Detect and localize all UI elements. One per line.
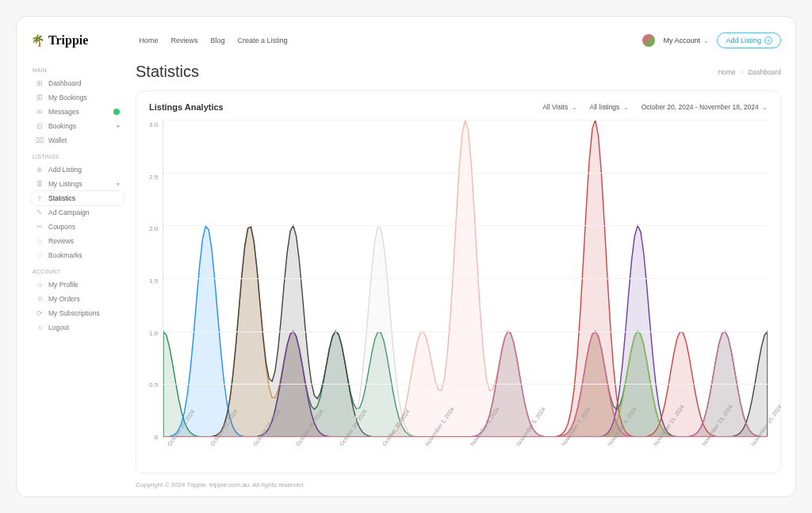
- add-listing-button[interactable]: Add Listing +: [717, 33, 781, 48]
- sidebar-item-my-profile[interactable]: ☺My Profile: [31, 278, 124, 292]
- chevron-down-icon: ⌄: [572, 104, 577, 111]
- y-axis: 3.02.52.01.51.00.50: [149, 120, 163, 468]
- sidebar-item-add-listing[interactable]: ⊕Add Listing: [31, 163, 124, 177]
- sidebar-item-label: Dashboard: [48, 79, 82, 87]
- y-tick: 1.0: [149, 330, 158, 337]
- chevron-down-icon: ⌄: [623, 104, 629, 111]
- chevron-down-icon: ▾: [117, 181, 120, 188]
- sidebar-item-dashboard[interactable]: ⊞Dashboard: [31, 76, 124, 90]
- chevron-down-icon: ▾: [117, 123, 120, 130]
- sidebar-item-label: Messages: [48, 108, 79, 116]
- footer: Copyright © 2024 Trippie. trippie.com.au…: [136, 481, 781, 488]
- page-header: Statistics Home › Dashboard: [136, 63, 781, 81]
- sidebar-item-label: My Orders: [48, 295, 80, 303]
- sidebar-icon: ✂: [36, 223, 44, 231]
- filter-visits-label: All Visits: [542, 103, 568, 111]
- sidebar-item-my-subscriptions[interactable]: ⟳My Subscriptions: [31, 306, 124, 320]
- sidebar-item-bookings[interactable]: ⊟Bookings▾: [31, 119, 124, 133]
- sidebar-icon: ⎘: [36, 295, 44, 303]
- nav-link[interactable]: Reviews: [170, 36, 197, 44]
- sidebar-icon: ⊟: [36, 122, 44, 130]
- sidebar-item-bookmarks[interactable]: ♡Bookmarks: [31, 248, 124, 262]
- plot-column: October 20, 2024October 22, 2024October …: [163, 120, 768, 468]
- card-head: Listings Analytics All Visits ⌄ All list…: [149, 102, 768, 112]
- sidebar-icon: ⫯: [36, 194, 44, 202]
- sidebar-item-logout[interactable]: ⎋Logout: [31, 320, 124, 335]
- sidebar-item-label: My Subscriptions: [48, 309, 100, 317]
- chart: 3.02.52.01.51.00.50 October 20, 2024Octo…: [149, 120, 768, 468]
- sidebar-item-label: Wallet: [48, 136, 67, 144]
- sidebar-item-reviews[interactable]: ☆Reviews: [31, 234, 124, 248]
- sidebar-item-label: My Profile: [48, 281, 79, 289]
- sidebar-icon: ✎: [36, 209, 44, 216]
- nav-link[interactable]: Blog: [210, 36, 224, 44]
- notification-badge: [113, 109, 120, 115]
- sidebar-section-title: ACCOUNT: [33, 269, 124, 274]
- topbar: 🌴 Trippie HomeReviewsBlogCreate a Listin…: [31, 28, 781, 53]
- nav-link[interactable]: Create a Listing: [237, 36, 287, 44]
- sidebar-item-label: Bookings: [48, 122, 76, 130]
- sidebar-section-title: MAIN: [33, 67, 124, 73]
- filter-listings-label: All listings: [590, 103, 620, 111]
- sidebar-icon: ⌧: [36, 136, 44, 144]
- grid-line: [163, 278, 768, 279]
- plot-area: [163, 120, 768, 438]
- account-dropdown[interactable]: My Account ⌄: [663, 36, 709, 44]
- add-listing-label: Add Listing: [726, 36, 761, 44]
- logo-text: Trippie: [48, 33, 88, 48]
- sidebar-item-statistics[interactable]: ⫯Statistics: [31, 191, 124, 205]
- sidebar-icon: 🗓: [36, 94, 44, 101]
- sidebar-item-my-listings[interactable]: ≣My Listings▾: [31, 177, 124, 191]
- body: MAIN⊞Dashboard🗓My Bookings✉Messages⊟Book…: [31, 58, 781, 488]
- breadcrumb-current: Dashboard: [748, 68, 781, 76]
- card-filters: All Visits ⌄ All listings ⌄ October 20, …: [542, 103, 768, 111]
- logo[interactable]: 🌴 Trippie: [31, 33, 88, 48]
- sidebar-icon: ☆: [36, 237, 44, 245]
- sidebar-item-label: My Bookings: [48, 94, 87, 101]
- grid-line: [163, 384, 768, 385]
- sidebar-icon: ⊕: [36, 166, 44, 174]
- sidebar-icon: ⊞: [36, 79, 44, 87]
- nav-link[interactable]: Home: [139, 36, 158, 44]
- breadcrumb: Home › Dashboard: [718, 68, 781, 76]
- sidebar-item-coupons[interactable]: ✂Coupons: [31, 220, 124, 234]
- plus-circle-icon: +: [764, 36, 772, 44]
- sidebar-item-label: Statistics: [48, 194, 75, 202]
- filter-listings[interactable]: All listings ⌄: [590, 103, 629, 111]
- top-nav: HomeReviewsBlogCreate a Listing: [139, 36, 287, 44]
- chevron-down-icon: ⌄: [703, 37, 709, 44]
- analytics-card: Listings Analytics All Visits ⌄ All list…: [136, 90, 781, 473]
- sidebar-item-my-orders[interactable]: ⎘My Orders: [31, 292, 124, 306]
- sidebar-icon: ☺: [36, 281, 44, 289]
- sidebar-item-label: Add Listing: [48, 166, 82, 174]
- sidebar-icon: ✉: [36, 108, 44, 116]
- grid-line: [163, 331, 768, 332]
- sidebar-section-title: LISTINGS: [33, 154, 124, 159]
- grid-line: [163, 120, 768, 121]
- filter-date-range[interactable]: October 20, 2024 - November 18, 2024 ⌄: [642, 103, 768, 111]
- sidebar-item-label: Coupons: [48, 223, 75, 231]
- breadcrumb-home[interactable]: Home: [718, 68, 736, 76]
- avatar[interactable]: [642, 34, 655, 47]
- sidebar-item-label: Ad Campaign: [48, 209, 90, 216]
- sidebar-item-ad-campaign[interactable]: ✎Ad Campaign: [31, 205, 124, 220]
- sidebar-item-label: My Listings: [48, 180, 82, 188]
- sidebar: MAIN⊞Dashboard🗓My Bookings✉Messages⊟Book…: [31, 58, 124, 488]
- card-title: Listings Analytics: [149, 102, 224, 112]
- sidebar-item-my-bookings[interactable]: 🗓My Bookings: [31, 90, 124, 105]
- sidebar-item-label: Reviews: [48, 237, 74, 245]
- y-tick: 0: [149, 434, 158, 441]
- sidebar-item-wallet[interactable]: ⌧Wallet: [31, 133, 124, 147]
- sidebar-item-label: Bookmarks: [48, 251, 82, 259]
- y-tick: 2.0: [149, 225, 158, 232]
- sidebar-item-label: Logout: [48, 323, 69, 331]
- grid-line: [163, 225, 768, 226]
- main: Statistics Home › Dashboard Listings Ana…: [124, 58, 781, 488]
- page-title: Statistics: [136, 63, 199, 81]
- x-tick: November 18, 2024: [795, 401, 796, 457]
- sidebar-item-messages[interactable]: ✉Messages: [31, 105, 124, 119]
- y-tick: 2.5: [149, 174, 158, 181]
- y-tick: 3.0: [149, 121, 158, 128]
- filter-visits[interactable]: All Visits ⌄: [542, 103, 576, 111]
- app-frame: 🌴 Trippie HomeReviewsBlogCreate a Listin…: [16, 16, 796, 497]
